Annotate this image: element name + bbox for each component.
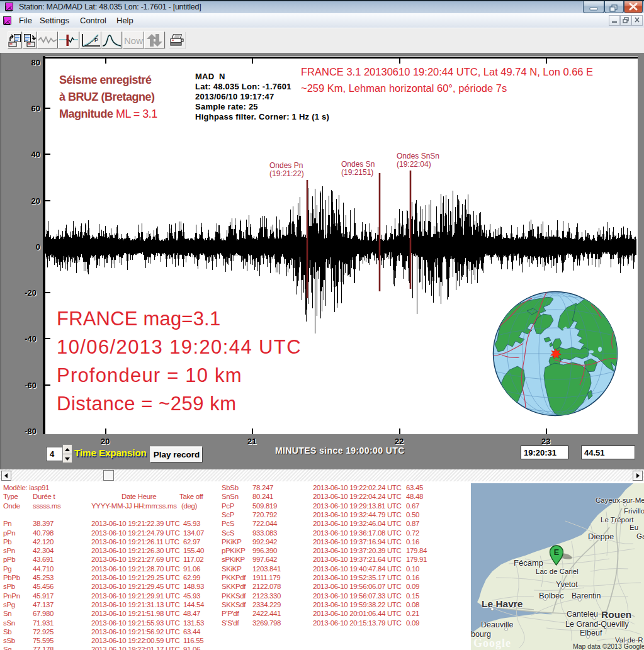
svg-text:Cayeux-sur-Mer: Cayeux-sur-Mer bbox=[596, 496, 644, 504]
svg-text:Bolbec: Bolbec bbox=[539, 591, 564, 600]
svg-text:Yvetot: Yvetot bbox=[556, 580, 578, 589]
svg-text:Canteleu: Canteleu bbox=[567, 610, 598, 619]
svg-text:Le Tréport: Le Tréport bbox=[601, 516, 634, 524]
svg-text:Map data ©2013 Google: Map data ©2013 Google bbox=[573, 642, 644, 650]
svg-text:Elbeuf: Elbeuf bbox=[580, 629, 602, 637]
svg-text:Rouen: Rouen bbox=[601, 609, 631, 620]
svg-text:Le Grand-Quevilly: Le Grand-Quevilly bbox=[565, 620, 629, 629]
svg-text:E: E bbox=[554, 548, 559, 557]
svg-text:Google: Google bbox=[473, 637, 511, 649]
svg-text:Barentin: Barentin bbox=[572, 591, 601, 600]
svg-text:Eu: Eu bbox=[630, 524, 638, 531]
svg-text:Fécamp: Fécamp bbox=[514, 558, 543, 568]
svg-text:Deauville: Deauville bbox=[481, 620, 513, 629]
svg-text:Ga: Ga bbox=[636, 532, 644, 540]
svg-text:Lac de Cariel: Lac de Cariel bbox=[536, 568, 579, 575]
svg-text:Dieppe: Dieppe bbox=[588, 532, 614, 541]
svg-text:Frivillo: Frivillo bbox=[624, 507, 644, 515]
svg-text:Le Havre: Le Havre bbox=[482, 598, 523, 609]
